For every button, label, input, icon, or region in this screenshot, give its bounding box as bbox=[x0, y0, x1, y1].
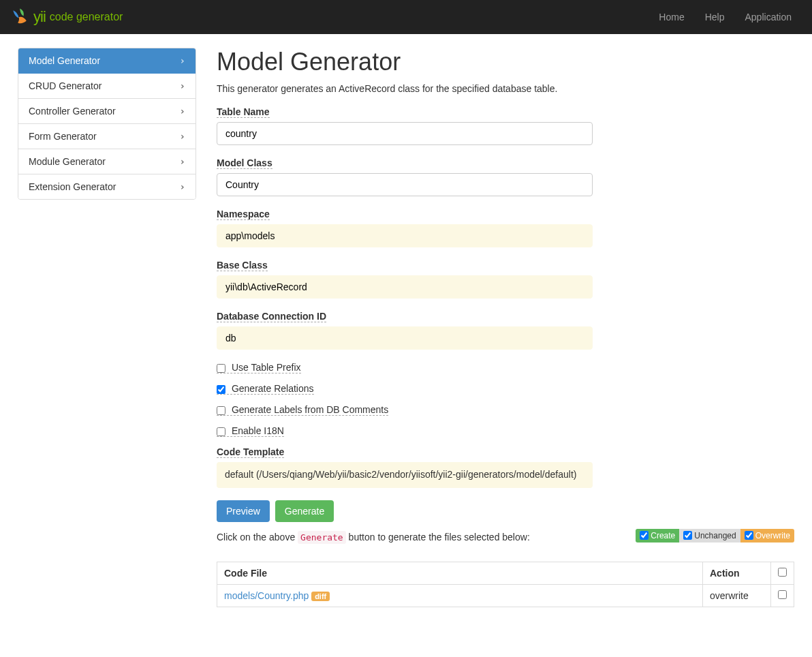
field-generate-labels: Generate Labels from DB Comments bbox=[217, 404, 794, 416]
db-conn-label: Database Connection ID bbox=[217, 311, 326, 322]
file-cell: models/Country.php diff bbox=[217, 584, 703, 607]
select-all-checkbox[interactable] bbox=[778, 568, 787, 577]
nav-home[interactable]: Home bbox=[649, 1, 694, 33]
action-cell: overwrite bbox=[703, 584, 771, 607]
legend-create: Create bbox=[636, 529, 679, 543]
nav-application[interactable]: Application bbox=[735, 1, 802, 33]
sidebar: Model Generator › CRUD Generator › Contr… bbox=[18, 48, 196, 607]
legend-overwrite-checkbox[interactable] bbox=[745, 531, 753, 540]
sidebar-item-module[interactable]: Module Generator › bbox=[18, 149, 196, 174]
field-db-conn: Database Connection ID bbox=[217, 311, 794, 350]
namespace-label: Namespace bbox=[217, 209, 270, 220]
chevron-right-icon: › bbox=[180, 181, 185, 192]
navbar: yii code generator Home Help Application bbox=[0, 0, 812, 34]
table-header-row: Code File Action bbox=[217, 562, 794, 584]
generate-code-text: Generate bbox=[298, 531, 346, 544]
page-title: Model Generator bbox=[217, 48, 794, 76]
page-subtitle: This generator generates an ActiveRecord… bbox=[217, 83, 794, 94]
col-select-all bbox=[771, 562, 794, 584]
field-table-name: Table Name bbox=[217, 106, 794, 145]
file-link[interactable]: models/Country.php bbox=[224, 590, 309, 601]
use-table-prefix-checkbox[interactable] bbox=[217, 364, 225, 373]
legend-bar: Create Unchanged Overwrite bbox=[636, 529, 794, 543]
enable-i18n-checkbox[interactable] bbox=[217, 427, 225, 436]
brand-text-yii: yii bbox=[33, 8, 46, 26]
sidebar-item-extension[interactable]: Extension Generator › bbox=[18, 174, 196, 199]
field-base-class: Base Class bbox=[217, 260, 794, 299]
sidebar-item-label: CRUD Generator bbox=[29, 80, 102, 91]
legend-overwrite: Overwrite bbox=[740, 529, 794, 543]
field-model-class: Model Class bbox=[217, 157, 794, 196]
generate-labels-label[interactable]: Generate Labels from DB Comments bbox=[217, 404, 388, 416]
sidebar-item-model[interactable]: Model Generator › bbox=[18, 48, 196, 74]
files-table: Code File Action models/Country.php diff… bbox=[217, 562, 794, 607]
preview-button[interactable]: Preview bbox=[217, 500, 270, 522]
code-template-label: Code Template bbox=[217, 446, 284, 458]
field-generate-relations: Generate Relations bbox=[217, 383, 794, 395]
chevron-right-icon: › bbox=[180, 156, 185, 167]
table-row: models/Country.php diff overwrite bbox=[217, 584, 794, 607]
legend-create-checkbox[interactable] bbox=[640, 531, 649, 540]
row-select-checkbox[interactable] bbox=[778, 590, 787, 599]
chevron-right-icon: › bbox=[180, 106, 185, 117]
main: Model Generator This generator generates… bbox=[217, 48, 794, 607]
legend-unchanged: Unchanged bbox=[679, 529, 740, 543]
col-action: Action bbox=[703, 562, 771, 584]
button-row: Preview Generate bbox=[217, 500, 794, 522]
use-table-prefix-label[interactable]: Use Table Prefix bbox=[217, 362, 301, 373]
sidebar-item-label: Controller Generator bbox=[29, 106, 116, 117]
field-namespace: Namespace bbox=[217, 209, 794, 247]
db-conn-input[interactable] bbox=[217, 326, 593, 350]
enable-i18n-label[interactable]: Enable I18N bbox=[217, 425, 284, 437]
sidebar-item-label: Module Generator bbox=[29, 156, 106, 167]
nav-right: Home Help Application bbox=[649, 1, 802, 33]
brand-text-sub: code generator bbox=[50, 11, 123, 23]
table-name-label: Table Name bbox=[217, 106, 270, 118]
sidebar-item-controller[interactable]: Controller Generator › bbox=[18, 99, 196, 124]
diff-badge[interactable]: diff bbox=[311, 592, 330, 601]
sidebar-item-label: Model Generator bbox=[29, 55, 100, 66]
generate-labels-checkbox[interactable] bbox=[217, 406, 225, 415]
chevron-right-icon: › bbox=[180, 80, 185, 91]
sidebar-item-label: Form Generator bbox=[29, 131, 97, 142]
base-class-label: Base Class bbox=[217, 260, 268, 271]
field-code-template: Code Template default (/Users/qiang/Web/… bbox=[217, 446, 794, 488]
generate-button[interactable]: Generate bbox=[275, 500, 334, 522]
generate-relations-label[interactable]: Generate Relations bbox=[217, 383, 314, 395]
sidebar-item-form[interactable]: Form Generator › bbox=[18, 124, 196, 149]
col-code-file: Code File bbox=[217, 562, 703, 584]
yii-logo-icon bbox=[10, 7, 29, 27]
field-enable-i18n: Enable I18N bbox=[217, 425, 794, 437]
generator-list: Model Generator › CRUD Generator › Contr… bbox=[18, 48, 196, 200]
base-class-input[interactable] bbox=[217, 275, 593, 299]
container: Model Generator › CRUD Generator › Contr… bbox=[0, 34, 812, 621]
model-class-label: Model Class bbox=[217, 157, 272, 169]
legend-unchanged-checkbox[interactable] bbox=[683, 531, 692, 540]
namespace-input[interactable] bbox=[217, 224, 593, 247]
nav-help[interactable]: Help bbox=[695, 1, 735, 33]
model-class-input[interactable] bbox=[217, 173, 593, 196]
chevron-right-icon: › bbox=[180, 55, 185, 66]
code-template-select[interactable]: default (/Users/qiang/Web/yii/basic2/ven… bbox=[217, 462, 593, 488]
chevron-right-icon: › bbox=[180, 131, 185, 142]
sidebar-item-crud[interactable]: CRUD Generator › bbox=[18, 74, 196, 99]
brand[interactable]: yii code generator bbox=[10, 7, 123, 27]
row-select-cell bbox=[771, 584, 794, 607]
sidebar-item-label: Extension Generator bbox=[29, 181, 116, 192]
generate-relations-checkbox[interactable] bbox=[217, 385, 225, 394]
field-use-table-prefix: Use Table Prefix bbox=[217, 362, 794, 373]
table-name-input[interactable] bbox=[217, 122, 593, 145]
